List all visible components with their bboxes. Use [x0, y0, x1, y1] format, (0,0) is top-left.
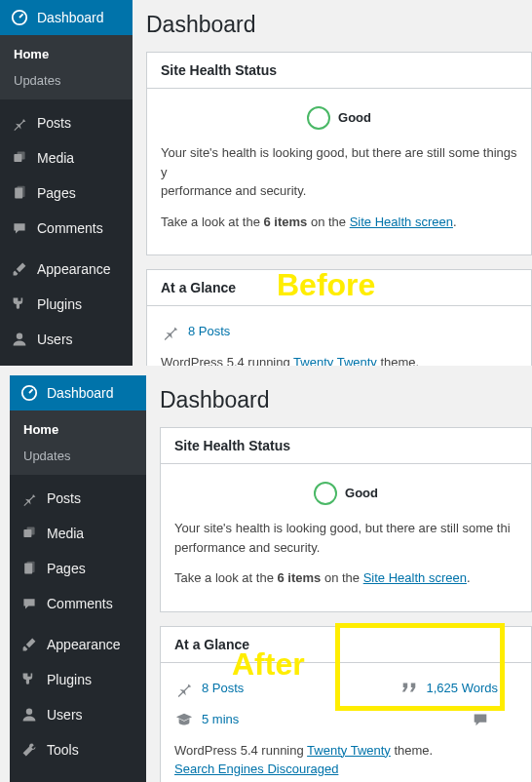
sidebar-item-appearance[interactable]: Appearance [0, 252, 133, 287]
comment-icon [19, 594, 39, 613]
at-a-glance-box: At a Glance 8 Posts 1,625 Words [160, 626, 532, 783]
admin-sidebar: Dashboard Home Updates Posts Media Pages [0, 0, 133, 366]
cap-icon [174, 710, 194, 729]
sidebar-item-comments[interactable]: Comments [0, 211, 133, 246]
svg-rect-2 [18, 152, 25, 160]
brush-icon [19, 635, 39, 654]
comment-icon [10, 218, 29, 238]
at-a-glance-box: At a Glance 8 Posts WordPress 5.4 runnin… [146, 269, 532, 366]
sidebar-item-posts[interactable]: Posts [10, 481, 146, 516]
sidebar-item-media[interactable]: Media [10, 516, 146, 551]
sidebar-sub-home[interactable]: Home [10, 416, 146, 443]
glance-posts-link[interactable]: 8 Posts [202, 679, 244, 698]
glance-running: WordPress 5.4 running Twenty Twenty them… [174, 741, 517, 779]
health-status: Good [345, 484, 378, 503]
site-health-link[interactable]: Site Health screen [363, 570, 467, 585]
pin-icon [10, 113, 29, 133]
sidebar-label: Media [37, 150, 74, 166]
dashboard-icon [10, 8, 29, 27]
sidebar-label: Pages [37, 185, 76, 201]
sidebar-sub-updates[interactable]: Updates [10, 443, 146, 469]
seo-discouraged-link[interactable]: Search Engines Discouraged [174, 762, 338, 776]
health-look: Take a look at the 6 items on the Site H… [174, 568, 517, 588]
pin-icon [161, 322, 180, 341]
sidebar-label: Dashboard [37, 10, 104, 25]
wrench-icon [19, 740, 39, 760]
dashboard-icon [19, 383, 39, 403]
sidebar-label: Users [37, 332, 73, 347]
sidebar-label: Appearance [47, 637, 121, 652]
sidebar-label: Comments [37, 220, 103, 236]
sidebar-item-tools[interactable]: Tools [10, 732, 146, 767]
sidebar-item-pages[interactable]: Pages [0, 176, 133, 211]
main-content: Dashboard Site Health Status Good Your s… [133, 0, 532, 366]
health-desc: Your site's health is looking good, but … [174, 519, 517, 557]
sidebar-item-users[interactable]: Users [0, 322, 133, 357]
sidebar-label: Media [47, 526, 84, 541]
comment-icon [471, 710, 490, 729]
plug-icon [19, 670, 39, 689]
sidebar-item-plugins[interactable]: Plugins [0, 287, 133, 322]
site-health-box: Site Health Status Good Your site's heal… [160, 427, 532, 612]
glance-posts-row: 8 Posts [161, 322, 517, 341]
before-screenshot: Dashboard Home Updates Posts Media Pages [0, 0, 532, 366]
quote-icon [399, 679, 419, 698]
sidebar-sub-updates[interactable]: Updates [0, 67, 133, 94]
health-status: Good [338, 108, 371, 128]
plug-icon [10, 294, 29, 314]
sidebar-item-dashboard[interactable]: Dashboard [10, 375, 146, 411]
svg-rect-4 [18, 186, 25, 197]
user-icon [19, 705, 39, 724]
admin-sidebar: Dashboard Home Updates Posts Media Pages [10, 375, 146, 782]
after-screenshot: Dashboard Home Updates Posts Media Pages [0, 366, 532, 782]
health-look: Take a look at the 6 items on the Site H… [161, 213, 517, 232]
sidebar-item-comments[interactable]: Comments [10, 586, 146, 621]
svg-rect-10 [27, 562, 35, 572]
sidebar-label: Pages [47, 561, 86, 576]
sidebar-label: Appearance [37, 261, 111, 277]
user-icon [10, 330, 29, 349]
svg-point-5 [17, 333, 22, 339]
health-indicator: Good [161, 106, 517, 130]
sidebar-label: Posts [37, 115, 71, 131]
sidebar-label: Posts [47, 490, 81, 506]
health-indicator: Good [174, 482, 517, 505]
sidebar-label: Dashboard [47, 385, 114, 401]
brush-icon [10, 259, 29, 279]
theme-link[interactable]: Twenty Twenty [293, 355, 377, 366]
sidebar-label: Plugins [47, 672, 92, 687]
sidebar-item-dashboard[interactable]: Dashboard [0, 0, 133, 35]
pin-icon [174, 679, 194, 698]
media-icon [10, 148, 29, 168]
glance-running: WordPress 5.4 running Twenty Twenty them… [161, 353, 517, 366]
site-health-heading: Site Health Status [161, 428, 531, 464]
svg-point-11 [26, 709, 32, 715]
theme-link[interactable]: Twenty Twenty [307, 743, 391, 758]
health-desc: Your site's health is looking good, but … [161, 143, 517, 201]
sidebar-item-posts[interactable]: Posts [0, 105, 133, 140]
sidebar-submenu: Home Updates [10, 411, 146, 475]
sidebar-label: Users [47, 707, 83, 723]
sidebar-label: Comments [47, 596, 113, 611]
media-icon [19, 524, 39, 543]
health-circle-icon [314, 482, 337, 505]
sidebar-submenu: Home Updates [0, 35, 133, 99]
sidebar-sub-home[interactable]: Home [0, 41, 133, 67]
glance-mins-link[interactable]: 5 mins [202, 710, 239, 729]
glance-row-1: 8 Posts 1,625 Words [174, 679, 517, 698]
site-health-link[interactable]: Site Health screen [350, 215, 453, 229]
glance-posts-link[interactable]: 8 Posts [188, 322, 230, 341]
sidebar-item-pages[interactable]: Pages [10, 551, 146, 586]
sidebar-item-users[interactable]: Users [10, 697, 146, 732]
main-content: Dashboard Site Health Status Good Your s… [146, 375, 532, 782]
glance-words-link[interactable]: 1,625 Words [427, 679, 498, 698]
pin-icon [19, 489, 39, 508]
page-title: Dashboard [146, 12, 532, 38]
page-icon [10, 183, 29, 203]
sidebar-item-appearance[interactable]: Appearance [10, 627, 146, 662]
sidebar-item-plugins[interactable]: Plugins [10, 662, 146, 697]
page-title: Dashboard [160, 387, 532, 413]
page-icon [19, 559, 39, 578]
health-circle-icon [307, 106, 330, 130]
sidebar-item-media[interactable]: Media [0, 140, 133, 176]
